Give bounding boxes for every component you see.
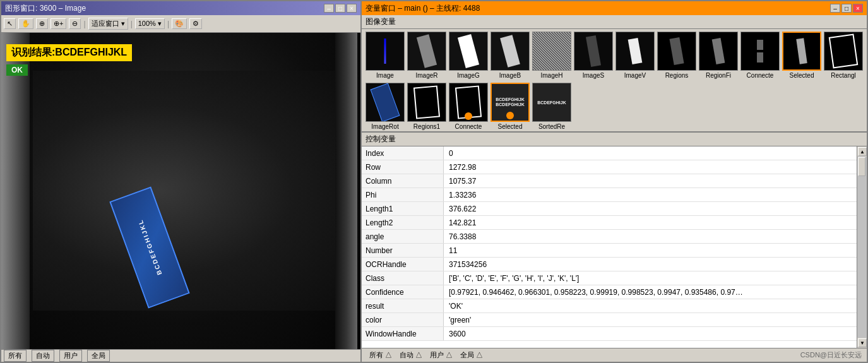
statusbar-tab-all[interactable]: 所有 <box>4 350 27 362</box>
thumb-SortedRe[interactable]: BCDEFGHIJK SortedRe <box>532 83 571 130</box>
toolbar-zoom-dropdown[interactable]: 100% ▾ <box>135 18 165 29</box>
ctrl-key: Length2 <box>362 216 444 229</box>
thumb-RegionFi[interactable]: RegionFi <box>699 32 738 79</box>
ctrl-key: Index <box>362 146 444 160</box>
ctrl-val: 142.821 <box>444 216 857 229</box>
thumb-Rectangl-img <box>824 32 863 71</box>
thumb-ImageH[interactable]: ImageH <box>532 32 571 79</box>
thumb-Connecte2-dot <box>465 112 472 120</box>
statusbar-tab-user[interactable]: 用户 <box>59 350 82 362</box>
thumb-Rectangl[interactable]: Rectangl <box>824 32 863 79</box>
thumbnails-row-2: ImageRot Regions1 Connecte BCDEFG <box>362 80 867 131</box>
thumb-ImageG-img <box>449 32 488 71</box>
ctrl-val: 3600 <box>444 327 857 340</box>
left-maximize-btn[interactable]: □ <box>335 4 345 13</box>
image-area: OK 识别结果:BCDEFGHIJKL BCDEFGHIJKL <box>1 33 360 349</box>
thumb-ImageRot[interactable]: ImageRot <box>366 83 405 130</box>
right-minimize-btn[interactable]: – <box>830 4 840 13</box>
thumb-Regions[interactable]: Regions <box>657 32 696 79</box>
statusbar-tab-global[interactable]: 全局 <box>87 350 110 362</box>
thumb-ImageB-rect <box>500 35 520 68</box>
thumb-ImageS-img <box>574 32 613 71</box>
thumb-Regions1[interactable]: Regions1 <box>407 83 446 130</box>
control-row[interactable]: Length1 376.622 <box>362 202 857 216</box>
thumb-ImageS-card <box>586 35 601 67</box>
thumb-ImageV[interactable]: ImageV <box>615 32 655 79</box>
control-table[interactable]: Index 0 Row 1272.98 Column 1075.37 Phi 1… <box>362 146 857 348</box>
bottom-tab-user[interactable]: 用户 △ <box>427 350 455 360</box>
thumb-Connecte2[interactable]: Connecte <box>449 83 488 130</box>
toolbar-zoom-btn[interactable]: ⊕ <box>36 18 48 29</box>
scroll-down-btn[interactable]: ▼ <box>858 338 867 347</box>
control-row[interactable]: Class ['B', 'C', 'D', 'E', 'F', 'G', 'H'… <box>362 271 857 285</box>
left-titlebar: 图形窗口: 3600 – Image – □ × <box>1 1 360 15</box>
control-row[interactable]: Number 11 <box>362 244 857 258</box>
control-row[interactable]: Length2 142.821 <box>362 216 857 230</box>
scrollbar[interactable]: ▲ ▼ <box>857 146 867 348</box>
thumb-Regions1-shape <box>413 85 440 119</box>
left-window: 图形窗口: 3600 – Image – □ × ↖ ✋ ⊕ ⊕+ ⊖ | 适应… <box>0 0 362 363</box>
left-close-btn[interactable]: × <box>347 4 357 13</box>
control-row[interactable]: angle 76.3388 <box>362 230 857 244</box>
thumb-SortedRe-text: BCDEFGHIJK <box>537 100 566 105</box>
bottom-tab-all[interactable]: 所有 △ <box>367 350 395 360</box>
ctrl-key: result <box>362 299 444 312</box>
thumb-ImageB-img <box>490 32 530 71</box>
control-table-wrapper: Index 0 Row 1272.98 Column 1075.37 Phi 1… <box>362 146 867 348</box>
thumb-Image[interactable]: Image <box>366 32 405 79</box>
toolbar-hand-btn[interactable]: ✋ <box>18 18 33 29</box>
control-section: 控制变量 Index 0 Row 1272.98 Column 1075.37 … <box>362 133 867 348</box>
thumb-Selected-1-img <box>782 32 821 71</box>
right-maximize-btn[interactable]: □ <box>841 4 852 13</box>
result-label: 识别结果:BCDEFGHIJKL <box>6 44 132 61</box>
control-row[interactable]: result 'OK' <box>362 299 857 313</box>
thumb-Selected-1[interactable]: Selected <box>782 32 821 79</box>
thumb-Selected-2[interactable]: BCDEFGHIJKBCDEFGHIJK Selected <box>490 83 530 130</box>
control-row[interactable]: OCRHandle 371534256 <box>362 258 857 271</box>
toolbar-zoom-in-btn[interactable]: ⊕+ <box>51 18 66 29</box>
thumb-RegionFi-img <box>699 32 738 71</box>
thumb-ImageS[interactable]: ImageS <box>574 32 613 79</box>
toolbar-fit-dropdown[interactable]: 适应窗口 ▾ <box>88 18 128 30</box>
ctrl-val: 1075.37 <box>444 174 857 187</box>
scroll-up-btn[interactable]: ▲ <box>858 147 867 156</box>
control-row[interactable]: Column 1075.37 <box>362 174 857 188</box>
ctrl-val: 371534256 <box>444 258 857 271</box>
toolbar-color-btn[interactable]: 🎨 <box>172 18 187 29</box>
left-statusbar: 所有 自动 用户 全局 <box>1 349 360 362</box>
control-row[interactable]: Index 0 <box>362 146 857 160</box>
bottom-tab-global[interactable]: 全局 △ <box>458 350 485 360</box>
thumb-Regions-img <box>657 32 696 71</box>
control-row[interactable]: color 'green' <box>362 313 857 327</box>
ctrl-key: angle <box>362 230 444 243</box>
thumb-RegionFi-shape <box>712 38 725 64</box>
control-row[interactable]: Row 1272.98 <box>362 160 857 174</box>
statusbar-tab-auto[interactable]: 自动 <box>32 350 54 362</box>
bottom-tab-auto[interactable]: 自动 △ <box>397 350 425 360</box>
thumb-Connecte[interactable]: Connecte <box>740 32 780 79</box>
thumb-Connecte-label: Connecte <box>747 72 774 79</box>
thumb-ImageG-label: ImageG <box>457 72 480 79</box>
left-minimize-btn[interactable]: – <box>324 4 334 13</box>
thumbnails-row-1: Image ImageR ImageG ImageB <box>362 29 867 80</box>
control-row[interactable]: Confidence [0.97921, 0.946462, 0.966301,… <box>362 285 857 299</box>
ctrl-val: ['B', 'C', 'D', 'E', 'F', 'G', 'H', 'I',… <box>444 271 857 285</box>
toolbar-arrow-btn[interactable]: ↖ <box>4 18 16 29</box>
toolbar-zoom-out-btn[interactable]: ⊖ <box>69 18 81 29</box>
control-row[interactable]: Phi 1.33236 <box>362 188 857 202</box>
thumb-ImageR[interactable]: ImageR <box>407 32 446 79</box>
thumb-Image-label: Image <box>376 72 394 79</box>
ok-badge[interactable]: OK <box>6 64 28 76</box>
right-title-controls: – □ × <box>830 4 863 13</box>
right-title: 变量窗口 – main () – 主线程: 4488 <box>366 3 480 14</box>
thumb-Regions1-img <box>407 83 446 122</box>
scroll-thumb[interactable] <box>858 157 865 176</box>
toolbar-settings-btn[interactable]: ⚙ <box>189 18 202 29</box>
thumb-ImageG[interactable]: ImageG <box>449 32 488 79</box>
thumb-Selected-1-label: Selected <box>790 72 814 79</box>
thumb-ImageB[interactable]: ImageB <box>490 32 530 79</box>
thumb-Image-line <box>384 39 386 64</box>
control-row[interactable]: WindowHandle 3600 <box>362 327 857 341</box>
right-close-btn[interactable]: × <box>853 4 863 13</box>
thumb-Connecte-shapes <box>757 40 763 62</box>
